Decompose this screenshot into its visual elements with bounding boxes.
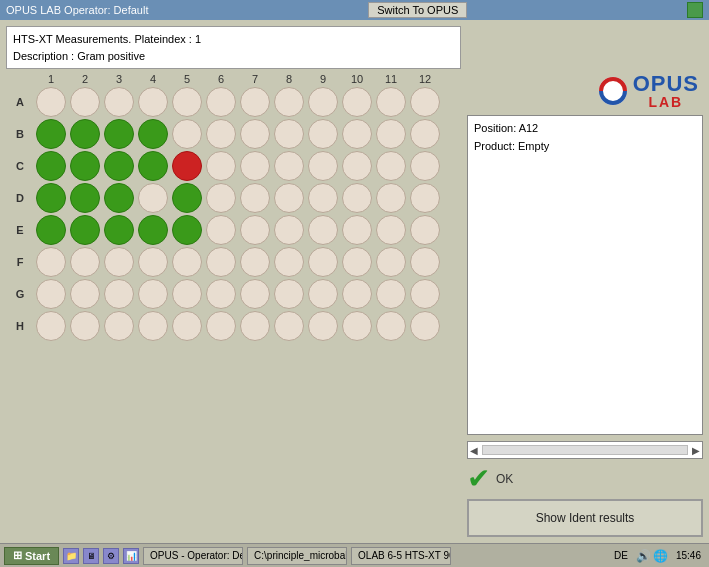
well-C4[interactable]: [138, 151, 168, 181]
scrollbar[interactable]: ◀ ▶: [467, 441, 703, 459]
well-C1[interactable]: [36, 151, 66, 181]
well-F3[interactable]: [104, 247, 134, 277]
well-A8[interactable]: [274, 87, 304, 117]
well-D10[interactable]: [342, 183, 372, 213]
well-H9[interactable]: [308, 311, 338, 341]
well-D9[interactable]: [308, 183, 338, 213]
well-D3[interactable]: [104, 183, 134, 213]
well-G8[interactable]: [274, 279, 304, 309]
well-A9[interactable]: [308, 87, 338, 117]
well-H7[interactable]: [240, 311, 270, 341]
well-A3[interactable]: [104, 87, 134, 117]
well-F7[interactable]: [240, 247, 270, 277]
well-A2[interactable]: [70, 87, 100, 117]
well-B4[interactable]: [138, 119, 168, 149]
well-F1[interactable]: [36, 247, 66, 277]
well-A12[interactable]: [410, 87, 440, 117]
well-G6[interactable]: [206, 279, 236, 309]
well-C3[interactable]: [104, 151, 134, 181]
well-C8[interactable]: [274, 151, 304, 181]
well-C10[interactable]: [342, 151, 372, 181]
well-A11[interactable]: [376, 87, 406, 117]
taskbar-icon-1[interactable]: 📁: [63, 548, 79, 564]
well-C5[interactable]: [172, 151, 202, 181]
well-H1[interactable]: [36, 311, 66, 341]
well-E12[interactable]: [410, 215, 440, 245]
well-G12[interactable]: [410, 279, 440, 309]
well-F6[interactable]: [206, 247, 236, 277]
well-D12[interactable]: [410, 183, 440, 213]
well-E10[interactable]: [342, 215, 372, 245]
well-B9[interactable]: [308, 119, 338, 149]
well-B8[interactable]: [274, 119, 304, 149]
well-C12[interactable]: [410, 151, 440, 181]
switch-to-opus-button[interactable]: Switch To OPUS: [368, 2, 467, 18]
well-E4[interactable]: [138, 215, 168, 245]
well-B6[interactable]: [206, 119, 236, 149]
well-E11[interactable]: [376, 215, 406, 245]
well-E8[interactable]: [274, 215, 304, 245]
well-G7[interactable]: [240, 279, 270, 309]
well-D6[interactable]: [206, 183, 236, 213]
well-H6[interactable]: [206, 311, 236, 341]
well-E3[interactable]: [104, 215, 134, 245]
well-B7[interactable]: [240, 119, 270, 149]
show-ident-results-button[interactable]: Show Ident results: [467, 499, 703, 537]
scroll-right-arrow[interactable]: ▶: [692, 445, 700, 456]
well-B2[interactable]: [70, 119, 100, 149]
well-E5[interactable]: [172, 215, 202, 245]
well-B10[interactable]: [342, 119, 372, 149]
well-F8[interactable]: [274, 247, 304, 277]
scroll-track[interactable]: [482, 445, 688, 455]
well-E2[interactable]: [70, 215, 100, 245]
well-G3[interactable]: [104, 279, 134, 309]
well-F4[interactable]: [138, 247, 168, 277]
well-F10[interactable]: [342, 247, 372, 277]
well-G9[interactable]: [308, 279, 338, 309]
well-F2[interactable]: [70, 247, 100, 277]
well-B1[interactable]: [36, 119, 66, 149]
scroll-left-arrow[interactable]: ◀: [470, 445, 478, 456]
well-H5[interactable]: [172, 311, 202, 341]
well-A4[interactable]: [138, 87, 168, 117]
well-A1[interactable]: [36, 87, 66, 117]
well-D2[interactable]: [70, 183, 100, 213]
taskbar-icon-4[interactable]: 📊: [123, 548, 139, 564]
start-button[interactable]: ⊞ Start: [4, 547, 59, 565]
well-G1[interactable]: [36, 279, 66, 309]
well-B11[interactable]: [376, 119, 406, 149]
well-E6[interactable]: [206, 215, 236, 245]
well-C9[interactable]: [308, 151, 338, 181]
well-D5[interactable]: [172, 183, 202, 213]
well-H12[interactable]: [410, 311, 440, 341]
taskbar-icon-3[interactable]: ⚙: [103, 548, 119, 564]
well-B3[interactable]: [104, 119, 134, 149]
well-G10[interactable]: [342, 279, 372, 309]
well-H3[interactable]: [104, 311, 134, 341]
well-H8[interactable]: [274, 311, 304, 341]
taskbar-icon-2[interactable]: 🖥: [83, 548, 99, 564]
well-B12[interactable]: [410, 119, 440, 149]
well-G11[interactable]: [376, 279, 406, 309]
well-G5[interactable]: [172, 279, 202, 309]
taskbar-item-file[interactable]: C:\principle_microbal...: [247, 547, 347, 565]
well-F9[interactable]: [308, 247, 338, 277]
well-G4[interactable]: [138, 279, 168, 309]
well-D1[interactable]: [36, 183, 66, 213]
well-A10[interactable]: [342, 87, 372, 117]
taskbar-item-olab[interactable]: OLAB 6-5 HTS-XT 96T...: [351, 547, 451, 565]
well-B5[interactable]: [172, 119, 202, 149]
well-C2[interactable]: [70, 151, 100, 181]
well-E9[interactable]: [308, 215, 338, 245]
well-D8[interactable]: [274, 183, 304, 213]
well-A6[interactable]: [206, 87, 236, 117]
well-D7[interactable]: [240, 183, 270, 213]
well-D4[interactable]: [138, 183, 168, 213]
well-G2[interactable]: [70, 279, 100, 309]
well-C6[interactable]: [206, 151, 236, 181]
well-H10[interactable]: [342, 311, 372, 341]
well-A7[interactable]: [240, 87, 270, 117]
well-F12[interactable]: [410, 247, 440, 277]
well-F11[interactable]: [376, 247, 406, 277]
well-H11[interactable]: [376, 311, 406, 341]
